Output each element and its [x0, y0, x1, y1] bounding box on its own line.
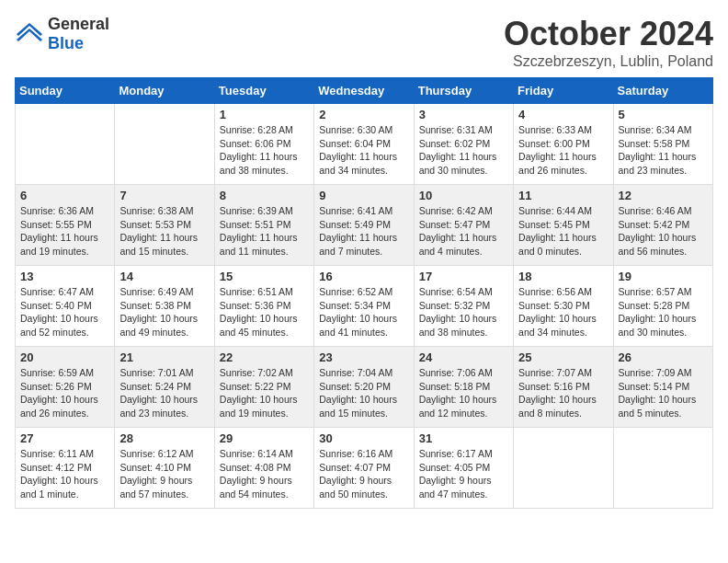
calendar-cell-w5-d7: [613, 428, 712, 509]
weekday-header-row: SundayMondayTuesdayWednesdayThursdayFrid…: [16, 78, 713, 104]
calendar-cell-w2-d5: 10Sunrise: 6:42 AM Sunset: 5:47 PM Dayli…: [414, 185, 513, 266]
calendar-cell-w3-d6: 18Sunrise: 6:56 AM Sunset: 5:30 PM Dayli…: [514, 266, 613, 347]
calendar-cell-w2-d2: 7Sunrise: 6:38 AM Sunset: 5:53 PM Daylig…: [115, 185, 214, 266]
day-info: Sunrise: 6:28 AM Sunset: 6:06 PM Dayligh…: [220, 123, 309, 178]
weekday-header-friday: Friday: [514, 78, 613, 104]
calendar-cell-w4-d6: 25Sunrise: 7:07 AM Sunset: 5:16 PM Dayli…: [514, 347, 613, 428]
page-header: General Blue October 2024 Szczebrzeszyn,…: [15, 15, 713, 70]
day-info: Sunrise: 6:34 AM Sunset: 5:58 PM Dayligh…: [619, 123, 708, 178]
day-number: 4: [518, 108, 608, 121]
day-info: Sunrise: 6:46 AM Sunset: 5:42 PM Dayligh…: [619, 204, 708, 259]
calendar-cell-w1-d7: 5Sunrise: 6:34 AM Sunset: 5:58 PM Daylig…: [613, 104, 712, 185]
logo-general-text: General: [48, 15, 109, 33]
day-info: Sunrise: 6:41 AM Sunset: 5:49 PM Dayligh…: [319, 204, 408, 259]
calendar-cell-w4-d4: 23Sunrise: 7:04 AM Sunset: 5:20 PM Dayli…: [314, 347, 414, 428]
calendar-cell-w3-d7: 19Sunrise: 6:57 AM Sunset: 5:28 PM Dayli…: [613, 266, 712, 347]
day-info: Sunrise: 6:36 AM Sunset: 5:55 PM Dayligh…: [20, 204, 109, 259]
week-row-2: 6Sunrise: 6:36 AM Sunset: 5:55 PM Daylig…: [16, 185, 713, 266]
calendar-cell-w5-d5: 31Sunrise: 6:17 AM Sunset: 4:05 PM Dayli…: [414, 428, 513, 509]
day-number: 10: [419, 189, 508, 202]
day-info: Sunrise: 7:06 AM Sunset: 5:18 PM Dayligh…: [419, 366, 508, 420]
day-number: 2: [319, 108, 408, 121]
week-row-1: 1Sunrise: 6:28 AM Sunset: 6:06 PM Daylig…: [16, 104, 713, 185]
day-number: 22: [220, 350, 309, 364]
logo-icon: [15, 21, 44, 47]
week-row-5: 27Sunrise: 6:11 AM Sunset: 4:12 PM Dayli…: [16, 428, 713, 509]
day-number: 16: [319, 270, 408, 283]
day-info: Sunrise: 6:31 AM Sunset: 6:02 PM Dayligh…: [419, 123, 508, 178]
weekday-header-sunday: Sunday: [16, 78, 115, 104]
day-number: 15: [220, 270, 309, 283]
calendar-cell-w5-d6: [514, 428, 613, 509]
calendar-cell-w2-d7: 12Sunrise: 6:46 AM Sunset: 5:42 PM Dayli…: [613, 185, 712, 266]
calendar-cell-w2-d3: 8Sunrise: 6:39 AM Sunset: 5:51 PM Daylig…: [214, 185, 313, 266]
day-number: 29: [220, 431, 309, 445]
week-row-4: 20Sunrise: 6:59 AM Sunset: 5:26 PM Dayli…: [16, 347, 713, 428]
day-number: 12: [619, 189, 708, 202]
weekday-header-thursday: Thursday: [414, 78, 513, 104]
calendar-cell-w3-d2: 14Sunrise: 6:49 AM Sunset: 5:38 PM Dayli…: [115, 266, 214, 347]
day-info: Sunrise: 6:11 AM Sunset: 4:12 PM Dayligh…: [20, 447, 109, 501]
day-info: Sunrise: 6:14 AM Sunset: 4:08 PM Dayligh…: [220, 447, 309, 501]
day-number: 18: [518, 270, 608, 283]
weekday-header-tuesday: Tuesday: [214, 78, 313, 104]
calendar-cell-w1-d2: [115, 104, 214, 185]
day-number: 1: [220, 108, 309, 121]
calendar-cell-w3-d1: 13Sunrise: 6:47 AM Sunset: 5:40 PM Dayli…: [16, 266, 115, 347]
day-info: Sunrise: 6:56 AM Sunset: 5:30 PM Dayligh…: [518, 285, 608, 339]
calendar-cell-w4-d1: 20Sunrise: 6:59 AM Sunset: 5:26 PM Dayli…: [16, 347, 115, 428]
calendar-table: SundayMondayTuesdayWednesdayThursdayFrid…: [15, 77, 713, 509]
day-number: 13: [20, 270, 109, 283]
day-number: 6: [20, 189, 109, 202]
day-number: 31: [419, 431, 508, 445]
day-info: Sunrise: 6:49 AM Sunset: 5:38 PM Dayligh…: [119, 285, 209, 339]
day-info: Sunrise: 7:02 AM Sunset: 5:22 PM Dayligh…: [220, 366, 309, 420]
day-info: Sunrise: 6:30 AM Sunset: 6:04 PM Dayligh…: [319, 123, 408, 178]
day-number: 25: [518, 350, 608, 364]
day-number: 30: [319, 431, 408, 445]
calendar-cell-w1-d3: 1Sunrise: 6:28 AM Sunset: 6:06 PM Daylig…: [214, 104, 313, 185]
calendar-cell-w1-d1: [16, 104, 115, 185]
day-info: Sunrise: 6:38 AM Sunset: 5:53 PM Dayligh…: [119, 204, 209, 259]
day-info: Sunrise: 6:39 AM Sunset: 5:51 PM Dayligh…: [220, 204, 309, 259]
day-number: 23: [319, 350, 408, 364]
day-info: Sunrise: 7:07 AM Sunset: 5:16 PM Dayligh…: [518, 366, 608, 420]
calendar-cell-w4-d3: 22Sunrise: 7:02 AM Sunset: 5:22 PM Dayli…: [214, 347, 313, 428]
calendar-cell-w3-d3: 15Sunrise: 6:51 AM Sunset: 5:36 PM Dayli…: [214, 266, 313, 347]
calendar-cell-w3-d5: 17Sunrise: 6:54 AM Sunset: 5:32 PM Dayli…: [414, 266, 513, 347]
day-number: 26: [619, 350, 708, 364]
calendar-cell-w4-d2: 21Sunrise: 7:01 AM Sunset: 5:24 PM Dayli…: [115, 347, 214, 428]
day-info: Sunrise: 6:42 AM Sunset: 5:47 PM Dayligh…: [419, 204, 508, 259]
logo-blue-text: Blue: [48, 34, 84, 52]
calendar-cell-w2-d4: 9Sunrise: 6:41 AM Sunset: 5:49 PM Daylig…: [314, 185, 414, 266]
week-row-3: 13Sunrise: 6:47 AM Sunset: 5:40 PM Dayli…: [16, 266, 713, 347]
calendar-cell-w2-d1: 6Sunrise: 6:36 AM Sunset: 5:55 PM Daylig…: [16, 185, 115, 266]
day-number: 11: [518, 189, 608, 202]
calendar-cell-w1-d6: 4Sunrise: 6:33 AM Sunset: 6:00 PM Daylig…: [514, 104, 613, 185]
day-number: 28: [119, 431, 209, 445]
calendar-cell-w4-d5: 24Sunrise: 7:06 AM Sunset: 5:18 PM Dayli…: [414, 347, 513, 428]
location-title: Szczebrzeszyn, Lublin, Poland: [504, 53, 713, 70]
day-number: 5: [619, 108, 708, 121]
day-info: Sunrise: 7:04 AM Sunset: 5:20 PM Dayligh…: [319, 366, 408, 420]
day-info: Sunrise: 6:16 AM Sunset: 4:07 PM Dayligh…: [319, 447, 408, 501]
weekday-header-monday: Monday: [115, 78, 214, 104]
day-info: Sunrise: 6:17 AM Sunset: 4:05 PM Dayligh…: [419, 447, 508, 501]
day-number: 17: [419, 270, 508, 283]
calendar-cell-w5-d2: 28Sunrise: 6:12 AM Sunset: 4:10 PM Dayli…: [115, 428, 214, 509]
calendar-cell-w2-d6: 11Sunrise: 6:44 AM Sunset: 5:45 PM Dayli…: [514, 185, 613, 266]
logo: General Blue: [15, 15, 109, 53]
day-number: 21: [119, 350, 209, 364]
day-info: Sunrise: 6:12 AM Sunset: 4:10 PM Dayligh…: [119, 447, 209, 501]
day-info: Sunrise: 6:44 AM Sunset: 5:45 PM Dayligh…: [518, 204, 608, 259]
day-number: 19: [619, 270, 708, 283]
day-info: Sunrise: 6:57 AM Sunset: 5:28 PM Dayligh…: [619, 285, 708, 339]
weekday-header-saturday: Saturday: [613, 78, 712, 104]
day-info: Sunrise: 6:33 AM Sunset: 6:00 PM Dayligh…: [518, 123, 608, 178]
day-number: 3: [419, 108, 508, 121]
day-number: 14: [119, 270, 209, 283]
calendar-cell-w1-d4: 2Sunrise: 6:30 AM Sunset: 6:04 PM Daylig…: [314, 104, 414, 185]
calendar-cell-w5-d4: 30Sunrise: 6:16 AM Sunset: 4:07 PM Dayli…: [314, 428, 414, 509]
weekday-header-wednesday: Wednesday: [314, 78, 414, 104]
title-area: October 2024 Szczebrzeszyn, Lublin, Pola…: [504, 15, 713, 70]
